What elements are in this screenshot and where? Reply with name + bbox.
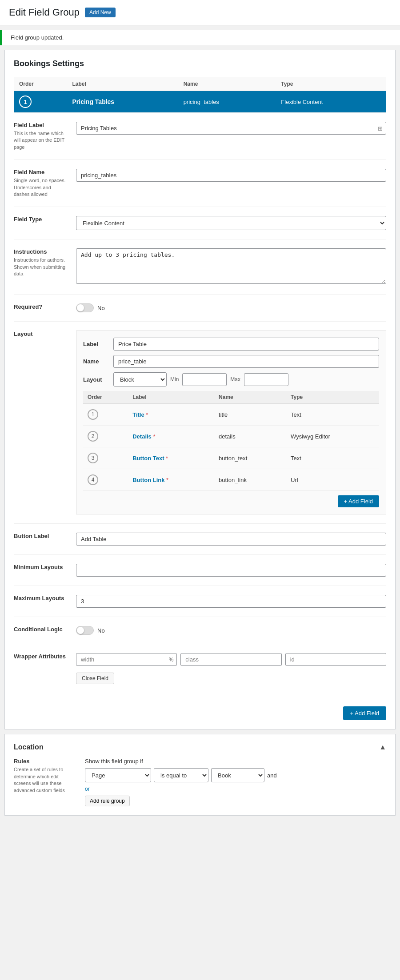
- add-field-button[interactable]: + Add Field: [338, 495, 379, 507]
- button-label-row: Button Label: [14, 533, 386, 555]
- required-star: *: [164, 477, 168, 483]
- required-star: *: [164, 455, 168, 462]
- col-order: Order: [14, 77, 67, 91]
- layout-label-input[interactable]: [113, 338, 379, 351]
- min-layouts-row: Minimum Layouts: [14, 564, 386, 586]
- wrapper-attrs-title: Wrapper Attributes: [14, 653, 67, 660]
- condition1-select[interactable]: Page Post Custom Post Type Taxonomy User…: [85, 768, 151, 782]
- button-label-col: Button Label: [14, 533, 76, 541]
- field-name-content: [76, 169, 386, 182]
- field-name-title: Field Name: [14, 169, 67, 175]
- condition2-select[interactable]: is equal to is not equal to: [154, 768, 208, 782]
- sub-field-type: Wysiwyg Editor: [291, 433, 330, 440]
- sub-field-label: Button Text: [132, 455, 164, 462]
- field-type-row: Field Type Flexible Content Text Textare…: [14, 216, 386, 239]
- sub-field-name: details: [219, 433, 236, 440]
- col-type: Type: [276, 77, 386, 91]
- field-label-content: ⊞: [76, 122, 386, 135]
- conditional-logic-toggle[interactable]: [76, 626, 94, 635]
- field-name-input[interactable]: [76, 169, 386, 182]
- sub-table-row[interactable]: 3 Button Text * button_text Text: [83, 447, 379, 469]
- order-badge: 1: [19, 96, 32, 108]
- layout-label-text: Label: [83, 341, 110, 347]
- sub-order-badge: 2: [88, 431, 98, 442]
- min-input[interactable]: [182, 373, 227, 386]
- sub-field-name: button_link: [219, 477, 247, 483]
- field-label-input[interactable]: [76, 122, 386, 135]
- instructions-desc: Instructions for authors. Shown when sub…: [14, 257, 67, 277]
- conditional-toggle-knob: [77, 627, 84, 634]
- required-row: Required? No: [14, 303, 386, 322]
- wrapper-inputs: %: [76, 653, 386, 666]
- id-wrap: [285, 653, 386, 666]
- layout-type-text: Layout: [83, 376, 110, 383]
- sub-field-name: button_text: [219, 455, 247, 462]
- layout-name-input[interactable]: [113, 355, 379, 368]
- sub-table-row[interactable]: 4 Button Link * button_link Url: [83, 469, 379, 491]
- sub-order-badge: 4: [88, 474, 98, 485]
- min-layouts-input[interactable]: [76, 564, 386, 577]
- layout-name-text: Name: [83, 358, 110, 365]
- layout-type-row: Layout Block Table Row Min Max: [83, 372, 379, 386]
- required-star: *: [144, 411, 148, 418]
- or-row: or: [85, 786, 386, 792]
- min-layouts-content: [76, 564, 386, 577]
- width-wrap: %: [76, 653, 177, 666]
- min-label: Min: [170, 376, 179, 382]
- sub-field-type: Text: [291, 455, 301, 462]
- toggle-knob: [77, 304, 84, 311]
- max-layouts-row: Maximum Layouts: [14, 595, 386, 617]
- layout-title: Layout: [14, 331, 67, 337]
- max-layouts-content: [76, 595, 386, 608]
- fields-table: Order Label Name Type 1 Pricing Tables p…: [14, 77, 386, 113]
- rules-content: Show this field group if Page Post Custo…: [85, 758, 386, 806]
- rules-row: Rules Create a set of rules to determine…: [14, 758, 386, 806]
- conditional-logic-toggle-wrap: No: [76, 626, 386, 635]
- max-layouts-col: Maximum Layouts: [14, 595, 76, 603]
- table-row[interactable]: 1 Pricing Tables pricing_tables Flexible…: [14, 91, 386, 113]
- field-label-cell: Pricing Tables: [72, 98, 114, 105]
- layout-label-row: Label: [83, 338, 379, 351]
- add-new-button[interactable]: Add New: [85, 8, 116, 17]
- page-header: Edit Field Group Add New: [0, 0, 400, 25]
- location-toggle-icon: ▲: [379, 743, 386, 751]
- max-layouts-input[interactable]: [76, 595, 386, 608]
- layout-type-select[interactable]: Block Table Row: [113, 372, 167, 386]
- bottom-add-field-button[interactable]: + Add Field: [343, 706, 386, 720]
- button-label-title: Button Label: [14, 533, 67, 539]
- width-input[interactable]: [76, 653, 177, 666]
- condition3-select[interactable]: Book About Contact Home: [211, 768, 264, 782]
- sub-field-label: Title: [132, 411, 144, 418]
- or-link[interactable]: or: [85, 786, 386, 792]
- grid-icon: ⊞: [378, 125, 383, 131]
- location-header[interactable]: Location ▲: [14, 743, 386, 751]
- max-input[interactable]: [244, 373, 288, 386]
- close-field-button[interactable]: Close Field: [76, 673, 114, 684]
- required-toggle[interactable]: [76, 303, 94, 312]
- add-rule-group-button[interactable]: Add rule group: [85, 796, 130, 806]
- id-input[interactable]: [285, 653, 386, 666]
- conditional-logic-title: Conditional Logic: [14, 626, 67, 633]
- sub-col-type: Type: [286, 391, 379, 404]
- show-if-text: Show this field group if: [85, 758, 386, 765]
- sub-field-label: Button Link: [132, 477, 164, 483]
- location-title: Location: [14, 743, 44, 751]
- button-label-content: [76, 533, 386, 546]
- field-detail-section: Field Label This is the name which will …: [14, 122, 386, 693]
- sub-table-row[interactable]: 1 Title * title Text: [83, 404, 379, 426]
- button-label-input[interactable]: [76, 533, 386, 546]
- min-layouts-col: Minimum Layouts: [14, 564, 76, 572]
- col-label: Label: [67, 77, 178, 91]
- sub-table-row[interactable]: 2 Details * details Wysiwyg Editor: [83, 426, 379, 447]
- required-no-label: No: [97, 305, 105, 311]
- sub-order-badge: 3: [88, 453, 98, 463]
- instructions-row: Instructions Instructions for authors. S…: [14, 248, 386, 295]
- class-input[interactable]: [180, 653, 281, 666]
- instructions-textarea[interactable]: Add up to 3 pricing tables.: [76, 248, 386, 284]
- layout-content: Label Name Layout Block Table: [76, 331, 386, 514]
- rules-label: Rules: [14, 758, 76, 765]
- field-label-title: Field Label: [14, 122, 67, 128]
- field-type-select[interactable]: Flexible Content Text Textarea Number Em…: [76, 216, 386, 230]
- col-name: Name: [178, 77, 276, 91]
- main-content: Bookings Settings Order Label Name Type …: [4, 50, 396, 729]
